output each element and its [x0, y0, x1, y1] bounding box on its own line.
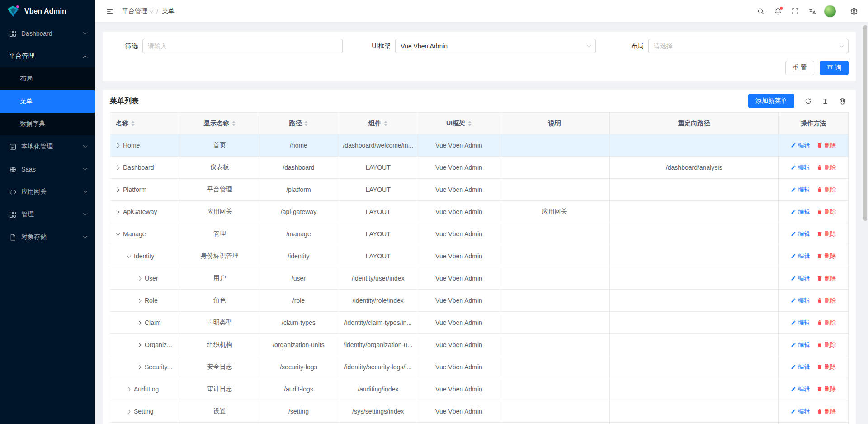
- pencil-icon: [791, 253, 796, 259]
- settings-gear-icon[interactable]: [846, 4, 862, 19]
- delete-link[interactable]: 删除: [817, 274, 836, 282]
- table-row[interactable]: Platform 平台管理 /platform LAYOUT Vue Vben …: [110, 179, 848, 201]
- table-row[interactable]: Setting 设置 /setting /sys/settings/index …: [110, 400, 848, 423]
- search-button[interactable]: 查 询: [820, 61, 849, 75]
- delete-link[interactable]: 删除: [817, 141, 836, 149]
- row-expander-icon[interactable]: [137, 298, 142, 303]
- table-row[interactable]: Dashboard 仪表板 /dashboard LAYOUT Vue Vben…: [110, 157, 848, 179]
- edit-link[interactable]: 编辑: [791, 363, 810, 371]
- row-component: /auditing/index: [338, 378, 418, 400]
- column-header-framework[interactable]: UI框架: [418, 113, 500, 134]
- row-expander-icon[interactable]: [115, 165, 120, 170]
- sidebar-item-菜单[interactable]: 菜单: [0, 90, 95, 113]
- row-expander-icon[interactable]: [126, 387, 131, 391]
- sidebar-item-Dashboard[interactable]: Dashboard: [0, 22, 95, 45]
- add-menu-button[interactable]: 添加新菜单: [748, 94, 794, 108]
- row-expander-icon[interactable]: [137, 276, 142, 281]
- fullscreen-icon[interactable]: [788, 4, 803, 19]
- sidebar-item-数据字典[interactable]: 数据字典: [0, 113, 95, 135]
- user-avatar[interactable]: [824, 5, 836, 18]
- sort-icon[interactable]: [232, 119, 236, 128]
- sort-icon[interactable]: [468, 119, 472, 128]
- sidebar-item-布局[interactable]: 布局: [0, 67, 95, 90]
- edit-link[interactable]: 编辑: [791, 252, 810, 260]
- table-row[interactable]: Organiz... 组织机构 /organization-units /ide…: [110, 334, 848, 356]
- column-header-name[interactable]: 名称: [110, 113, 180, 134]
- delete-link[interactable]: 删除: [817, 163, 836, 172]
- delete-link[interactable]: 删除: [817, 407, 836, 415]
- row-expander-icon[interactable]: [115, 187, 120, 192]
- table-row[interactable]: Claim 声明类型 /claim-types /identity/claim-…: [110, 312, 848, 334]
- sort-icon[interactable]: [304, 119, 308, 128]
- vertical-scrollbar[interactable]: [863, 25, 867, 221]
- row-expander-icon[interactable]: [127, 253, 131, 258]
- delete-link[interactable]: 删除: [817, 385, 836, 393]
- delete-link[interactable]: 删除: [817, 296, 836, 305]
- sort-icon[interactable]: [131, 119, 135, 128]
- row-expander-icon[interactable]: [137, 365, 142, 369]
- edit-link[interactable]: 编辑: [791, 274, 810, 282]
- reset-button[interactable]: 重 置: [785, 61, 814, 75]
- sidebar-item-管理[interactable]: 管理: [0, 203, 95, 226]
- table-row[interactable]: AuditLog 审计日志 /audit-logs /auditing/inde…: [110, 378, 848, 400]
- layout-select[interactable]: 请选择: [648, 39, 849, 53]
- table-row[interactable]: Identity 身份标识管理 /identity LAYOUT Vue Vbe…: [110, 245, 848, 267]
- table-row[interactable]: Manage 管理 /manage LAYOUT Vue Vben Admin …: [110, 223, 848, 245]
- refresh-icon[interactable]: [802, 95, 814, 107]
- column-header-path[interactable]: 路径: [259, 113, 339, 134]
- filter-keyword-input[interactable]: [142, 39, 343, 53]
- column-settings-icon[interactable]: [836, 95, 849, 107]
- row-expander-icon[interactable]: [116, 231, 120, 236]
- row-expander-icon[interactable]: [137, 320, 142, 325]
- delete-link[interactable]: 删除: [817, 341, 836, 349]
- breadcrumb: 平台管理 / 菜单: [122, 7, 175, 15]
- filter-label: 筛选: [110, 42, 138, 50]
- table-row[interactable]: Role 角色 /role /identity/role/index Vue V…: [110, 290, 848, 312]
- delete-link[interactable]: 删除: [817, 363, 836, 371]
- edit-link[interactable]: 编辑: [791, 141, 810, 149]
- row-expander-icon[interactable]: [115, 143, 120, 148]
- search-icon[interactable]: [753, 4, 769, 19]
- edit-link[interactable]: 编辑: [791, 296, 810, 305]
- row-description: [500, 157, 610, 178]
- zoom-icon[interactable]: [819, 95, 831, 107]
- edit-link[interactable]: 编辑: [791, 163, 810, 172]
- table-row[interactable]: ApiGateway 应用网关 /api-gateway LAYOUT Vue …: [110, 201, 848, 223]
- sidebar-item-本地化管理[interactable]: 本地化管理: [0, 135, 95, 158]
- table-row[interactable]: User 用户 /user /identity/user/index Vue V…: [110, 267, 848, 290]
- column-header-component[interactable]: 组件: [338, 113, 418, 134]
- table-row[interactable]: Security... 安全日志 /security-logs /identit…: [110, 356, 848, 378]
- bell-icon[interactable]: [770, 4, 786, 19]
- breadcrumb-item-platform[interactable]: 平台管理: [122, 7, 153, 15]
- column-header-display_name[interactable]: 显示名称: [180, 113, 259, 134]
- sort-icon[interactable]: [384, 119, 387, 128]
- delete-link[interactable]: 删除: [817, 319, 836, 327]
- edit-link[interactable]: 编辑: [791, 319, 810, 327]
- edit-link[interactable]: 编辑: [791, 341, 810, 349]
- sidebar-item-label: 布局: [20, 75, 33, 83]
- page-content: 筛选 UI框架 Vue Vben Admin 布局 请选择: [95, 22, 868, 424]
- edit-link[interactable]: 编辑: [791, 407, 810, 415]
- sidebar-toggle-icon[interactable]: [102, 4, 118, 19]
- edit-link[interactable]: 编辑: [791, 208, 810, 216]
- ui-framework-select[interactable]: Vue Vben Admin: [395, 39, 595, 53]
- delete-link[interactable]: 删除: [817, 230, 836, 238]
- edit-link[interactable]: 编辑: [791, 385, 810, 393]
- sidebar-item-对象存储[interactable]: 对象存储: [0, 226, 95, 248]
- row-expander-icon[interactable]: [115, 210, 120, 214]
- row-redirect: /dashboard/analysis: [610, 157, 779, 178]
- delete-link[interactable]: 删除: [817, 186, 836, 194]
- app-logo[interactable]: Vben Admin: [0, 0, 95, 22]
- table-row[interactable]: Home 首页 /home /dashboard/welcome/in... V…: [110, 134, 848, 157]
- delete-link[interactable]: 删除: [817, 252, 836, 260]
- sidebar-item-平台管理[interactable]: 平台管理: [0, 45, 95, 67]
- edit-link[interactable]: 编辑: [791, 186, 810, 194]
- row-name: Platform: [123, 186, 146, 193]
- row-expander-icon[interactable]: [126, 409, 131, 414]
- row-expander-icon[interactable]: [137, 343, 142, 347]
- edit-link[interactable]: 编辑: [791, 230, 810, 238]
- delete-link[interactable]: 删除: [817, 208, 836, 216]
- sidebar-item-Saas[interactable]: Saas: [0, 158, 95, 181]
- sidebar-item-应用网关[interactable]: 应用网关: [0, 181, 95, 203]
- translate-icon[interactable]: [805, 4, 820, 19]
